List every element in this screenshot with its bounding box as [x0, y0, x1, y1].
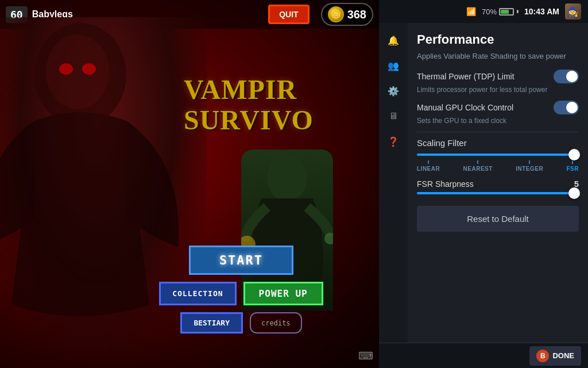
powerup-button[interactable]: POWER UP — [243, 282, 323, 305]
sidebar-and-content: 🔔 👥 ⚙️ 🖥 ❓ Performance Applies Variable … — [379, 23, 588, 343]
tick-label-nearest: NEAREST — [463, 166, 493, 172]
coin-area: 🪙 368 — [321, 3, 373, 26]
tick-line-fsr — [572, 160, 573, 164]
credits-button[interactable]: credits — [250, 312, 302, 334]
main-content: Performance Applies Variable Rate Shadin… — [408, 23, 588, 343]
svg-point-3 — [82, 63, 96, 75]
fsr-thumb — [568, 187, 580, 199]
sidebar-item-display[interactable]: 🖥 — [383, 106, 404, 126]
sidebar-item-settings[interactable]: ⚙️ — [383, 80, 404, 101]
fsr-slider[interactable] — [417, 192, 579, 194]
tdp-setting-row: Thermal Power (TDP) Limit — [417, 70, 579, 83]
tdp-toggle[interactable] — [554, 70, 579, 83]
gpu-clock-setting-row: Manual GPU Clock Control — [417, 101, 579, 114]
gpu-clock-desc: Sets the GPU to a fixed clock — [417, 117, 579, 125]
tick-label-integer: INTEGER — [516, 166, 543, 172]
avatar-icon: 🧙 — [565, 3, 581, 20]
sidebar-item-friends[interactable]: 👥 — [383, 55, 404, 76]
tick-line-integer — [529, 160, 530, 164]
game-title: VAMPIR SURVIVO — [184, 75, 373, 136]
b-button-icon: B — [536, 350, 549, 362]
divider — [417, 132, 579, 132]
scaling-ticks: LINEAR NEAREST INTEGER FSR — [417, 160, 579, 172]
coin-icon: 🪙 — [328, 6, 344, 22]
start-button[interactable]: START — [189, 246, 293, 275]
fsr-sharpness-label: FSR Sharpness — [417, 179, 474, 189]
time-display: 10:43 AM — [524, 7, 559, 16]
scaling-thumb — [568, 149, 580, 160]
start-row: START — [189, 246, 293, 275]
svg-point-2 — [59, 63, 73, 75]
battery-fill — [501, 10, 509, 14]
sidebar: 🔔 👥 ⚙️ 🖥 ❓ — [379, 23, 408, 343]
done-button[interactable]: B DONE — [529, 346, 581, 366]
secondary-buttons-row: COLLECTION POWER UP — [159, 282, 323, 305]
svg-point-1 — [46, 34, 109, 109]
right-panel: 📶 70% 10:43 AM 🧙 🔔 👥 ⚙️ 🖥 ❓ Performance … — [379, 0, 588, 368]
status-bar: 📶 70% 10:43 AM 🧙 — [379, 0, 588, 23]
vrs-description: Applies Variable Rate Shading to save po… — [417, 52, 579, 60]
game-buttons: START COLLECTION POWER UP BESTIARY credi… — [115, 246, 368, 334]
scaling-filter-label: Scaling Filter — [417, 138, 579, 148]
tdp-toggle-knob — [566, 71, 578, 82]
bestiary-button[interactable]: BESTIARY — [180, 312, 243, 334]
gpu-clock-label: Manual GPU Clock Control — [417, 103, 513, 112]
coin-count: 368 — [347, 8, 366, 21]
scaling-slider[interactable]: LINEAR NEAREST INTEGER FSR — [417, 154, 579, 172]
battery-tip — [517, 10, 519, 13]
done-label: DONE — [552, 351, 574, 360]
tick-line-nearest — [477, 160, 478, 164]
fsr-sharpness-row: FSR Sharpness 5 — [417, 179, 579, 189]
tick-linear: LINEAR — [417, 160, 440, 172]
tick-nearest: NEAREST — [463, 160, 493, 172]
battery-bar — [499, 8, 514, 16]
sidebar-item-notifications[interactable]: 🔔 — [383, 30, 404, 51]
keyboard-icon: ⌨ — [358, 350, 373, 362]
tdp-label: Thermal Power (TDP) Limit — [417, 72, 514, 81]
gpu-clock-toggle-knob — [566, 102, 578, 113]
svg-point-4 — [267, 155, 307, 201]
sidebar-item-help[interactable]: ❓ — [383, 131, 404, 152]
collection-button[interactable]: COLLECTION — [159, 282, 236, 305]
wifi-icon: 📶 — [466, 7, 476, 16]
gpu-clock-toggle[interactable] — [554, 101, 579, 114]
game-title-line1: VAMPIR — [184, 75, 373, 105]
battery-area: 70% — [482, 7, 519, 16]
battery-pct: 70% — [482, 7, 497, 16]
tick-line-linear — [428, 160, 429, 164]
tdp-desc: Limits processor power for less total po… — [417, 86, 579, 94]
reset-to-default-button[interactable]: Reset to Default — [417, 206, 579, 232]
tick-label-fsr: FSR — [566, 166, 579, 172]
game-title-line2: SURVIVO — [184, 105, 373, 136]
quit-button[interactable]: QUIT — [268, 5, 309, 24]
tertiary-buttons-row: BESTIARY credits — [180, 312, 301, 334]
scaling-track — [417, 154, 579, 156]
tick-label-linear: LINEAR — [417, 166, 440, 172]
bottom-bar: B DONE — [379, 343, 588, 368]
tick-fsr: FSR — [566, 160, 579, 172]
performance-title: Performance — [417, 32, 579, 47]
game-panel: 60 Babylegs QUIT 🪙 368 VAMPIR SURVIVO — [0, 0, 379, 368]
tick-integer: INTEGER — [516, 160, 543, 172]
